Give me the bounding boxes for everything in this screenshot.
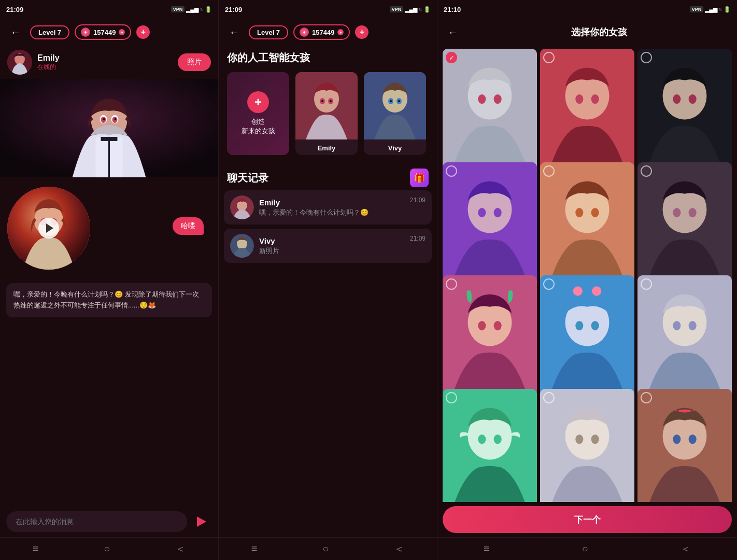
bottom-nav-1: ≡ ○ ＜ bbox=[0, 537, 218, 560]
home-button-2[interactable]: ○ bbox=[322, 543, 329, 555]
back-nav-1[interactable]: ＜ bbox=[175, 542, 186, 556]
vivy-girl-card[interactable]: Vivy bbox=[364, 72, 426, 155]
select-circle-5 bbox=[543, 165, 555, 177]
coin-icon-2: ♦ bbox=[300, 27, 309, 37]
svg-point-9 bbox=[103, 118, 105, 120]
home-button-1[interactable]: ○ bbox=[104, 543, 110, 555]
panel2-scroll: 你的人工智能女孩 + 创造新来的女孩 bbox=[219, 46, 437, 537]
grid-girl-card-1[interactable]: ✓ bbox=[443, 49, 537, 175]
girl-bg-3 bbox=[637, 49, 732, 175]
photo-button[interactable]: 照片 bbox=[178, 53, 211, 71]
history-preview-vivy: 新照片 bbox=[259, 246, 405, 256]
girls-grid: ✓ bbox=[437, 46, 737, 502]
chat-input-area bbox=[0, 506, 218, 537]
menu-button-1[interactable]: ≡ bbox=[33, 543, 39, 555]
signal-icon-3: ▂▄▆ bbox=[705, 6, 717, 13]
select-circle-4 bbox=[446, 165, 457, 177]
girl-bg-8 bbox=[540, 275, 634, 401]
back-button-3[interactable]: ← bbox=[444, 24, 462, 40]
history-avatar-vivy bbox=[230, 234, 254, 258]
grid-girl-card-2[interactable] bbox=[540, 49, 634, 175]
menu-button-2[interactable]: ≡ bbox=[251, 543, 258, 555]
emily-name-label: Emily bbox=[295, 144, 358, 152]
video-preview[interactable] bbox=[7, 187, 90, 270]
menu-button-3[interactable]: ≡ bbox=[484, 543, 490, 555]
girl-svg-10 bbox=[443, 389, 537, 502]
back-button-1[interactable]: ← bbox=[6, 24, 25, 40]
grid-girl-card-8[interactable] bbox=[540, 275, 634, 401]
svg-point-49 bbox=[494, 207, 502, 217]
coin-icon-small-2: ♦ bbox=[337, 29, 344, 35]
svg-point-71 bbox=[689, 321, 697, 330]
grid-girl-card-3[interactable] bbox=[637, 49, 732, 175]
grid-girl-card-11[interactable] bbox=[540, 389, 634, 502]
grid-girl-card-12[interactable] bbox=[637, 389, 732, 502]
send-button[interactable] bbox=[191, 511, 212, 532]
history-item-emily[interactable]: Emily 嘿，亲爱的！今晚有什么计划吗？😊 21:09 bbox=[224, 190, 432, 225]
message-input[interactable] bbox=[6, 511, 187, 532]
emily-girl-card[interactable]: Emily bbox=[295, 72, 358, 155]
svg-point-44 bbox=[673, 94, 681, 104]
history-info-emily: Emily 嘿，亲爱的！今晚有什么计划吗？😊 bbox=[259, 198, 405, 217]
girl-svg-6 bbox=[637, 162, 732, 288]
svg-point-36 bbox=[478, 94, 486, 104]
svg-point-79 bbox=[591, 434, 599, 443]
svg-point-56 bbox=[673, 207, 681, 217]
grid-girl-card-10[interactable] bbox=[443, 389, 537, 502]
gift-icon[interactable]: 🎁 bbox=[410, 169, 429, 187]
select-circle-2 bbox=[543, 52, 555, 63]
back-button-2[interactable]: ← bbox=[225, 24, 244, 40]
girls-scroll: + 创造新来的女孩 bbox=[219, 68, 437, 163]
girls-list-panel: 21:09 VPN ▂▄▆ ≈ 🔋 ← Level 7 ♦ 157449 ♦ +… bbox=[219, 0, 437, 560]
girls-section-title: 你的人工智能女孩 bbox=[219, 46, 437, 68]
create-girl-card[interactable]: + 创造新来的女孩 bbox=[227, 72, 289, 155]
svg-point-45 bbox=[689, 94, 697, 104]
svg-point-70 bbox=[673, 321, 681, 330]
status-icons-2: VPN ▂▄▆ ≈ 🔋 bbox=[390, 6, 431, 13]
wifi-icon-1: ≈ bbox=[200, 6, 203, 12]
girl-bg-6 bbox=[637, 162, 732, 288]
svg-point-40 bbox=[575, 94, 583, 104]
next-button[interactable]: 下一个 bbox=[443, 506, 732, 533]
grid-girl-card-5[interactable] bbox=[540, 162, 634, 288]
bottom-nav-2: ≡ ○ ＜ bbox=[219, 537, 437, 560]
girl-svg-4 bbox=[443, 162, 537, 288]
status-icons-1: VPN ▂▄▆ ≈ 🔋 bbox=[171, 6, 212, 13]
girl-bg-9 bbox=[637, 275, 732, 401]
girl-svg-3 bbox=[637, 49, 732, 175]
history-avatar-vivy-svg bbox=[230, 234, 254, 258]
coin-icon-1: ♦ bbox=[81, 27, 90, 37]
history-item-vivy[interactable]: Vivy 新照片 21:09 bbox=[224, 229, 432, 263]
back-nav-3[interactable]: ＜ bbox=[681, 542, 691, 556]
girl-bg-5 bbox=[540, 162, 634, 288]
chat-message-text: 嘿，亲爱的！今晚有什么计划吗？😊 发现除了期待我们下一次热辣的邂逅之外不可能专注… bbox=[13, 289, 205, 311]
svg-point-52 bbox=[575, 207, 583, 217]
select-circle-11 bbox=[543, 392, 555, 403]
back-nav-2[interactable]: ＜ bbox=[394, 542, 404, 556]
grid-girl-card-9[interactable] bbox=[637, 275, 732, 401]
coin-icon-small-1: ♦ bbox=[119, 29, 125, 35]
girl-bg-11 bbox=[540, 389, 634, 502]
status-bar-1: 21:09 VPN ▂▄▆ ≈ 🔋 bbox=[0, 0, 218, 19]
vpn-badge-2: VPN bbox=[390, 6, 404, 12]
add-coins-button-1[interactable]: + bbox=[136, 25, 150, 39]
chat-history-title: 聊天记录 bbox=[227, 171, 268, 185]
girl-svg-8 bbox=[540, 275, 634, 401]
girl-svg-11 bbox=[540, 389, 634, 502]
grid-girl-card-7[interactable] bbox=[443, 275, 537, 401]
grid-girl-card-4[interactable] bbox=[443, 162, 537, 288]
select-circle-10 bbox=[446, 392, 457, 403]
svg-point-75 bbox=[494, 434, 502, 443]
home-button-3[interactable]: ○ bbox=[582, 543, 588, 555]
wifi-icon-3: ≈ bbox=[719, 6, 722, 12]
vivy-name-label: Vivy bbox=[364, 144, 426, 152]
grid-girl-card-6[interactable] bbox=[637, 162, 732, 288]
play-button[interactable] bbox=[38, 218, 59, 239]
history-avatar-emily-svg bbox=[230, 195, 254, 219]
add-coins-button-2[interactable]: + bbox=[355, 25, 368, 39]
select-circle-8 bbox=[543, 278, 555, 290]
svg-point-82 bbox=[673, 434, 681, 443]
emily-card-svg bbox=[295, 72, 358, 139]
battery-icon-1: 🔋 bbox=[205, 6, 212, 13]
svg-point-61 bbox=[494, 321, 502, 330]
